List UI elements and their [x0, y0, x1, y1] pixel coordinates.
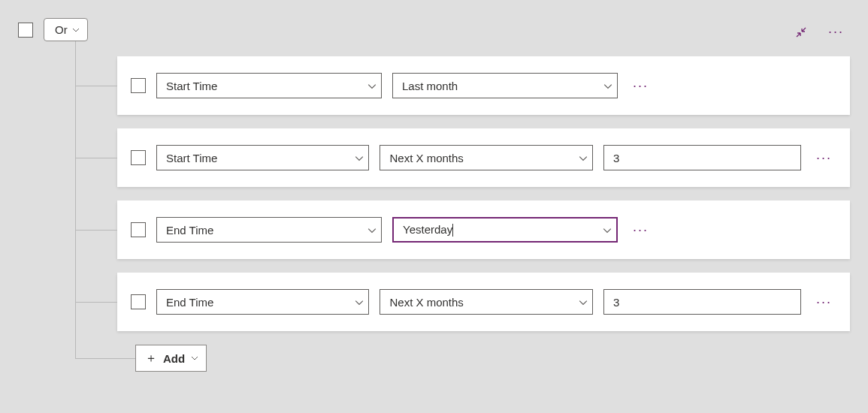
condition-checkbox[interactable]: [131, 78, 146, 93]
tree-connector-branch: [75, 358, 135, 359]
chevron-down-icon: [367, 226, 375, 234]
tree-connector-branch: [75, 158, 117, 158]
field-dropdown[interactable]: Start Time: [156, 73, 382, 98]
tree-connector-branch: [75, 230, 117, 231]
chevron-down-icon: [355, 298, 362, 306]
operator-dropdown[interactable]: Next X months: [380, 145, 592, 170]
operator-dropdown[interactable]: Last month: [392, 73, 618, 98]
condition-row: Start TimeNext X months···: [75, 128, 850, 187]
field-dropdown[interactable]: End Time: [156, 289, 369, 315]
chevron-down-icon: [603, 82, 611, 89]
group-operator-dropdown[interactable]: Or: [44, 18, 88, 41]
operator-dropdown[interactable]: Yesterday: [392, 217, 618, 243]
condition-more-button[interactable]: ···: [812, 291, 836, 313]
condition-more-button[interactable]: ···: [628, 219, 653, 241]
operator-dropdown-value: Yesterday: [403, 223, 452, 236]
condition-more-button[interactable]: ···: [812, 147, 836, 169]
condition-row: End TimeNext X months···: [75, 273, 850, 331]
operator-dropdown-value: Last month: [402, 80, 458, 92]
text-caret: [452, 224, 453, 237]
field-dropdown-value: End Time: [166, 296, 213, 309]
condition-row: End TimeYesterday···: [75, 200, 850, 259]
condition-card: End TimeYesterday···: [117, 200, 850, 259]
tree-connector-branch: [75, 302, 117, 303]
value-input[interactable]: [603, 289, 801, 315]
operator-dropdown-value: Next X months: [389, 296, 463, 309]
tree-connector-branch: [75, 86, 117, 86]
field-dropdown[interactable]: Start Time: [156, 145, 369, 170]
condition-checkbox[interactable]: [131, 222, 146, 237]
condition-checkbox[interactable]: [131, 294, 146, 309]
collapse-icon[interactable]: [795, 26, 807, 38]
chevron-down-icon: [367, 82, 375, 89]
field-dropdown-value: End Time: [166, 224, 213, 237]
condition-card: End TimeNext X months···: [117, 273, 850, 331]
value-input[interactable]: [603, 145, 801, 170]
chevron-down-icon: [72, 26, 80, 34]
add-button[interactable]: ＋ Add: [135, 345, 207, 372]
operator-dropdown[interactable]: Next X months: [380, 289, 592, 315]
chevron-down-icon: [603, 226, 610, 234]
field-dropdown[interactable]: End Time: [156, 217, 382, 243]
header-more-button[interactable]: ···: [824, 21, 848, 43]
field-dropdown-value: Start Time: [166, 152, 217, 164]
operator-dropdown-value: Next X months: [389, 152, 463, 164]
add-button-label: Add: [163, 352, 185, 365]
condition-more-button[interactable]: ···: [628, 75, 653, 97]
condition-checkbox[interactable]: [131, 150, 146, 165]
condition-row: Start TimeLast month···: [75, 56, 850, 115]
chevron-down-icon: [579, 154, 586, 161]
field-dropdown-value: Start Time: [166, 80, 217, 92]
group-operator-label: Or: [55, 23, 68, 36]
chevron-down-icon: [191, 354, 198, 362]
condition-card: Start TimeNext X months···: [117, 128, 850, 187]
chevron-down-icon: [355, 154, 362, 161]
plus-icon: ＋: [145, 351, 157, 366]
group-checkbox[interactable]: [18, 23, 33, 38]
chevron-down-icon: [579, 298, 586, 306]
condition-card: Start TimeLast month···: [117, 56, 850, 115]
